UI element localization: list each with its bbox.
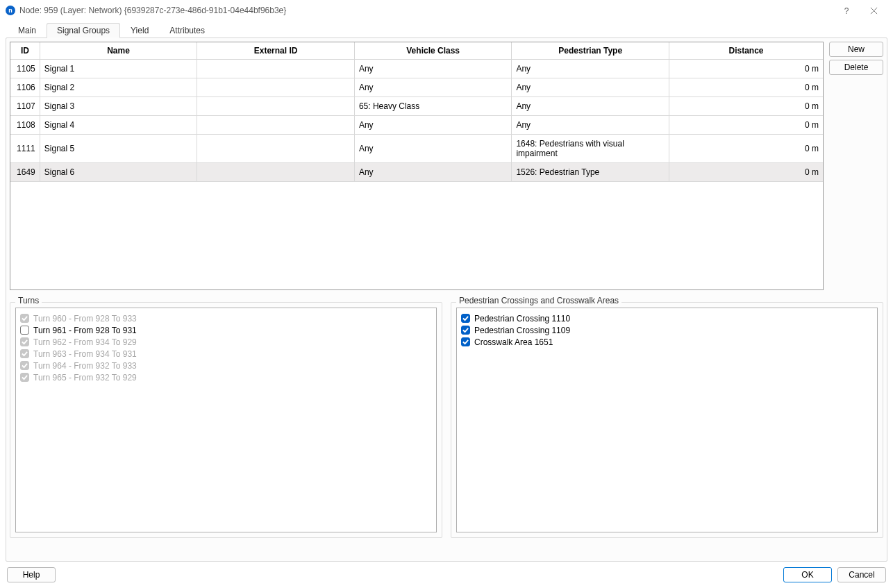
delete-button[interactable]: Delete (829, 60, 883, 75)
turns-item: Turn 963 - From 934 To 931 (20, 348, 432, 360)
turns-group-label: Turns (15, 296, 42, 305)
checkbox-icon (20, 349, 29, 358)
app-icon-letter: n (8, 6, 12, 15)
cell-vclass[interactable]: Any (354, 163, 512, 182)
cell-name[interactable]: Signal 5 (40, 135, 197, 163)
cell-id[interactable]: 1649 (10, 163, 40, 182)
cell-name[interactable]: Signal 6 (40, 163, 197, 182)
cell-vclass[interactable]: Any (354, 135, 512, 163)
pedestrian-item[interactable]: Pedestrian Crossing 1110 (461, 312, 873, 324)
cell-ptype[interactable]: Any (512, 116, 669, 135)
col-header[interactable]: Vehicle Class (354, 42, 512, 60)
pedestrian-group-label: Pedestrian Crossings and Crosswalk Areas (456, 296, 621, 305)
cell-ext[interactable] (197, 116, 355, 135)
checkbox-label: Pedestrian Crossing 1110 (474, 314, 570, 324)
app-icon: n (6, 6, 15, 15)
cell-ext[interactable] (197, 60, 355, 78)
table-row[interactable]: 1649Signal 6Any1526: Pedestrian Type0 m (10, 163, 823, 182)
cell-dist[interactable]: 0 m (669, 60, 823, 78)
cell-ext[interactable] (197, 78, 355, 97)
tab-main[interactable]: Main (8, 23, 47, 38)
cell-ptype[interactable]: Any (512, 78, 669, 97)
window-title: Node: 959 (Layer: Network) {6939287c-273… (19, 6, 832, 15)
dialog-button-bar: Help OK Cancel (6, 562, 887, 582)
help-button[interactable]: Help (7, 567, 56, 582)
turns-item: Turn 965 - From 932 To 929 (20, 371, 432, 383)
cell-id[interactable]: 1108 (10, 116, 40, 135)
table-row[interactable]: 1107Signal 365: Heavy ClassAny0 m (10, 97, 823, 116)
help-icon[interactable]: ? (832, 1, 860, 20)
cell-dist[interactable]: 0 m (669, 163, 823, 182)
pedestrian-item[interactable]: Crosswalk Area 1651 (461, 336, 873, 348)
checkbox-label: Turn 962 - From 934 To 929 (33, 337, 137, 347)
col-header[interactable]: ID (10, 42, 40, 60)
cell-ptype[interactable]: Any (512, 60, 669, 78)
lower-groups: Turns Turn 960 - From 928 To 933Turn 961… (10, 297, 883, 557)
col-header[interactable]: Distance (669, 42, 823, 60)
new-button[interactable]: New (829, 42, 883, 57)
cell-dist[interactable]: 0 m (669, 97, 823, 116)
turns-item: Turn 964 - From 932 To 933 (20, 360, 432, 371)
cell-name[interactable]: Signal 1 (40, 60, 197, 78)
turns-item: Turn 960 - From 928 To 933 (20, 312, 432, 324)
svg-text:?: ? (844, 7, 849, 15)
checkbox-label: Turn 961 - From 928 To 931 (33, 326, 137, 335)
table-row[interactable]: 1111Signal 5Any1648: Pedestrians with vi… (10, 135, 823, 163)
tab-attributes[interactable]: Attributes (159, 23, 215, 38)
cell-id[interactable]: 1106 (10, 78, 40, 97)
signal-table-wrap: IDNameExternal IDVehicle ClassPedestrian… (10, 42, 824, 290)
checkbox-label: Pedestrian Crossing 1109 (474, 326, 570, 335)
pedestrian-item[interactable]: Pedestrian Crossing 1109 (461, 324, 873, 336)
cell-dist[interactable]: 0 m (669, 116, 823, 135)
checkbox-icon (20, 337, 29, 346)
cell-ext[interactable] (197, 135, 355, 163)
pedestrian-listbox[interactable]: Pedestrian Crossing 1110Pedestrian Cross… (456, 308, 878, 532)
table-row[interactable]: 1106Signal 2AnyAny0 m (10, 78, 823, 97)
checkbox-icon[interactable] (461, 326, 470, 335)
cell-name[interactable]: Signal 2 (40, 78, 197, 97)
cell-vclass[interactable]: Any (354, 116, 512, 135)
checkbox-icon[interactable] (461, 314, 470, 323)
cell-ext[interactable] (197, 163, 355, 182)
signal-side-buttons: New Delete (829, 42, 883, 290)
checkbox-icon[interactable] (461, 337, 470, 346)
tab-strip: MainSignal GroupsYieldAttributes (8, 22, 887, 37)
cell-vclass[interactable]: Any (354, 78, 512, 97)
col-header[interactable]: Name (40, 42, 197, 60)
cell-name[interactable]: Signal 4 (40, 116, 197, 135)
checkbox-icon[interactable] (20, 326, 29, 335)
cell-dist[interactable]: 0 m (669, 135, 823, 163)
tab-signal-groups[interactable]: Signal Groups (47, 23, 120, 38)
turns-listbox[interactable]: Turn 960 - From 928 To 933Turn 961 - Fro… (15, 308, 437, 532)
tab-yield[interactable]: Yield (120, 23, 159, 38)
cell-ptype[interactable]: 1526: Pedestrian Type (512, 163, 669, 182)
turns-item[interactable]: Turn 961 - From 928 To 931 (20, 324, 432, 336)
cell-dist[interactable]: 0 m (669, 78, 823, 97)
table-row[interactable]: 1108Signal 4AnyAny0 m (10, 116, 823, 135)
cell-id[interactable]: 1107 (10, 97, 40, 116)
cell-vclass[interactable]: 65: Heavy Class (354, 97, 512, 116)
pedestrian-group: Pedestrian Crossings and Crosswalk Areas… (451, 297, 883, 557)
cell-ext[interactable] (197, 97, 355, 116)
cell-id[interactable]: 1105 (10, 60, 40, 78)
dialog-body: MainSignal GroupsYieldAttributes IDNameE… (0, 21, 893, 588)
col-header[interactable]: Pedestrian Type (512, 42, 669, 60)
checkbox-label: Turn 964 - From 932 To 933 (33, 361, 137, 371)
close-icon[interactable] (860, 1, 887, 20)
titlebar: n Node: 959 (Layer: Network) {6939287c-2… (0, 0, 893, 21)
cell-name[interactable]: Signal 3 (40, 97, 197, 116)
cell-vclass[interactable]: Any (354, 60, 512, 78)
turns-item: Turn 962 - From 934 To 929 (20, 336, 432, 348)
cell-id[interactable]: 1111 (10, 135, 40, 163)
table-row[interactable]: 1105Signal 1AnyAny0 m (10, 60, 823, 78)
checkbox-label: Crosswalk Area 1651 (474, 337, 553, 347)
cell-ptype[interactable]: Any (512, 97, 669, 116)
signal-groups-upper: IDNameExternal IDVehicle ClassPedestrian… (10, 42, 883, 290)
checkbox-icon (20, 314, 29, 323)
ok-button[interactable]: OK (783, 567, 832, 582)
cancel-button[interactable]: Cancel (837, 567, 886, 582)
signal-table[interactable]: IDNameExternal IDVehicle ClassPedestrian… (10, 42, 823, 182)
turns-group: Turns Turn 960 - From 928 To 933Turn 961… (10, 297, 442, 557)
cell-ptype[interactable]: 1648: Pedestrians with visual impairment (512, 135, 669, 163)
col-header[interactable]: External ID (197, 42, 355, 60)
